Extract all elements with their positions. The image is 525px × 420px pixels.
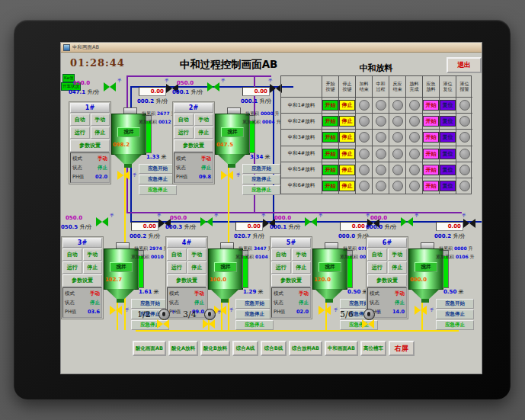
flow2-setpoint-box[interactable]: 0.00 — [139, 87, 166, 96]
manual-button[interactable]: 手动 — [91, 114, 110, 126]
start-button[interactable]: 开始 — [322, 100, 338, 111]
flow2-setpoint-box[interactable]: 0.00 — [242, 87, 270, 96]
discharge-valve[interactable] — [221, 170, 233, 181]
emergency-discharge-button[interactable]: 开始 — [423, 149, 439, 159]
auto-button[interactable]: 自动 — [174, 114, 194, 126]
run-button[interactable]: 运行 — [167, 261, 187, 274]
nav-combined-a-line[interactable]: 综合A线 — [232, 341, 258, 356]
stop-button[interactable]: 停止 — [339, 181, 355, 191]
param-settings-button[interactable]: 参数设置 — [174, 139, 213, 152]
manual-button[interactable]: 手动 — [292, 248, 312, 261]
stop-button[interactable]: 停止 — [91, 127, 110, 139]
level-reset-button[interactable]: 复位 — [440, 100, 456, 111]
auto-button[interactable]: 自动 — [367, 248, 387, 261]
stop-button[interactable]: 停止 — [339, 116, 355, 127]
emergency-discharge-button[interactable]: 开始 — [423, 132, 439, 143]
level-reset-button[interactable]: 复位 — [440, 132, 456, 143]
nav-high-tank[interactable]: 高位槽车 — [360, 341, 386, 356]
flow2-setpoint-box[interactable]: 0.00 — [131, 222, 158, 231]
agitator-button[interactable]: 搅拌 — [221, 127, 244, 137]
emergency-discharge-button[interactable]: 开始 — [423, 116, 439, 127]
discharge-valve[interactable] — [319, 305, 331, 316]
start-button[interactable]: 开始 — [322, 132, 338, 143]
agitator-button[interactable]: 搅拌 — [117, 127, 140, 137]
emergency-start-button[interactable]: 应急开始 — [436, 299, 474, 309]
param-settings-button[interactable]: 参数设置 — [62, 274, 102, 287]
discharge-valve[interactable] — [117, 170, 130, 181]
emergency-start-button[interactable]: 应急开始 — [242, 164, 280, 174]
stop-button[interactable]: 停止 — [292, 261, 312, 274]
start-button[interactable]: 开始 — [322, 116, 338, 127]
feed-valve-a[interactable] — [96, 216, 108, 227]
feed-valve-a[interactable] — [104, 82, 116, 92]
discharge-valve[interactable] — [110, 305, 122, 316]
emergency-discharge-button[interactable]: 开始 — [423, 181, 439, 191]
flow2-setpoint-box[interactable]: 0.00 — [235, 222, 263, 231]
emergency-discharge-button[interactable]: 开始 — [423, 100, 439, 111]
stop-button[interactable]: 停止 — [194, 127, 214, 139]
run-button[interactable]: 运行 — [271, 261, 291, 274]
feed-valve-b[interactable] — [463, 218, 475, 229]
start-button[interactable]: 开始 — [322, 181, 338, 191]
exit-button[interactable]: 退出 — [447, 57, 482, 73]
emergency-stop-button-2[interactable]: 应急停止 — [436, 320, 474, 330]
emergency-stop-button-2[interactable]: 应急停止 — [242, 185, 280, 195]
stop-button[interactable]: 停止 — [187, 261, 207, 274]
nav-acidify-a-discharge[interactable]: 酸化A放料 — [168, 341, 198, 356]
auto-button[interactable]: 自动 — [62, 248, 82, 261]
pump-valve[interactable] — [362, 319, 374, 329]
manual-button[interactable]: 手动 — [388, 248, 408, 261]
stop-button[interactable]: 停止 — [339, 132, 355, 143]
run-button[interactable]: 运行 — [367, 261, 387, 274]
emergency-stop-button-2[interactable]: 应急停止 — [235, 320, 274, 330]
agitator-button[interactable]: 搅拌 — [415, 262, 437, 272]
emergency-stop-button[interactable]: 应急停止 — [139, 175, 177, 184]
param-settings-button[interactable]: 参数设置 — [367, 274, 407, 287]
discharge-valve[interactable] — [415, 305, 427, 316]
run-button[interactable]: 运行 — [174, 127, 194, 139]
run-button[interactable]: 运行 — [62, 261, 82, 274]
emergency-stop-button[interactable]: 应急停止 — [235, 309, 274, 319]
manual-button[interactable]: 手动 — [83, 248, 103, 261]
level-reset-button[interactable]: 复位 — [440, 116, 456, 127]
run-button[interactable]: 运行 — [70, 127, 90, 139]
nav-neutralize-screen-ab[interactable]: 中和画面AB — [325, 341, 358, 356]
manual-button[interactable]: 手动 — [187, 248, 207, 261]
flow2-setpoint-box[interactable]: 0.00 — [340, 222, 367, 231]
stop-button[interactable]: 停止 — [339, 100, 355, 111]
level-reset-button[interactable]: 复位 — [440, 165, 456, 175]
agitator-button[interactable]: 搅拌 — [319, 262, 341, 272]
nav-acidify-screen-ab[interactable]: 酸化画面AB — [133, 341, 166, 356]
nav-acidify-b-discharge[interactable]: 酸化B放料 — [200, 341, 230, 356]
agitator-button[interactable]: 搅拌 — [110, 262, 133, 272]
start-button[interactable]: 开始 — [322, 165, 338, 175]
nav-right-screen[interactable]: 右屏 — [389, 341, 415, 356]
auto-button[interactable]: 自动 — [271, 248, 291, 261]
feed-valve-a[interactable] — [305, 216, 317, 227]
nav-combined-b-line[interactable]: 综合B线 — [261, 341, 287, 356]
param-settings-button[interactable]: 参数设置 — [70, 139, 110, 152]
emergency-stop-button[interactable]: 应急停止 — [436, 309, 474, 319]
manual-button[interactable]: 手动 — [194, 114, 214, 126]
emergency-start-button[interactable]: 应急开始 — [235, 299, 274, 309]
emergency-discharge-button[interactable]: 开始 — [423, 165, 439, 175]
level-reset-button[interactable]: 复位 — [440, 149, 456, 159]
agitator-button[interactable]: 搅拌 — [214, 262, 237, 272]
auto-button[interactable]: 自动 — [70, 114, 90, 126]
pump-valve[interactable] — [203, 319, 215, 329]
start-button[interactable]: 开始 — [322, 149, 338, 159]
level-reset-button[interactable]: 复位 — [440, 181, 456, 191]
flow2-setpoint-box[interactable]: 0.00 — [436, 222, 463, 231]
feed-valve-a[interactable] — [401, 216, 413, 227]
pump-valve[interactable] — [157, 319, 169, 329]
stop-button[interactable]: 停止 — [83, 261, 103, 274]
auto-button[interactable]: 自动 — [167, 248, 187, 261]
feed-valve-a[interactable] — [200, 216, 213, 227]
param-settings-button[interactable]: 参数设置 — [167, 274, 206, 287]
stop-button[interactable]: 停止 — [339, 165, 355, 175]
stop-button[interactable]: 停止 — [388, 261, 408, 274]
param-settings-button[interactable]: 参数设置 — [271, 274, 311, 287]
emergency-start-button[interactable]: 应急开始 — [131, 299, 169, 309]
emergency-start-button[interactable]: 应急开始 — [139, 164, 177, 174]
stop-button[interactable]: 停止 — [339, 149, 355, 159]
